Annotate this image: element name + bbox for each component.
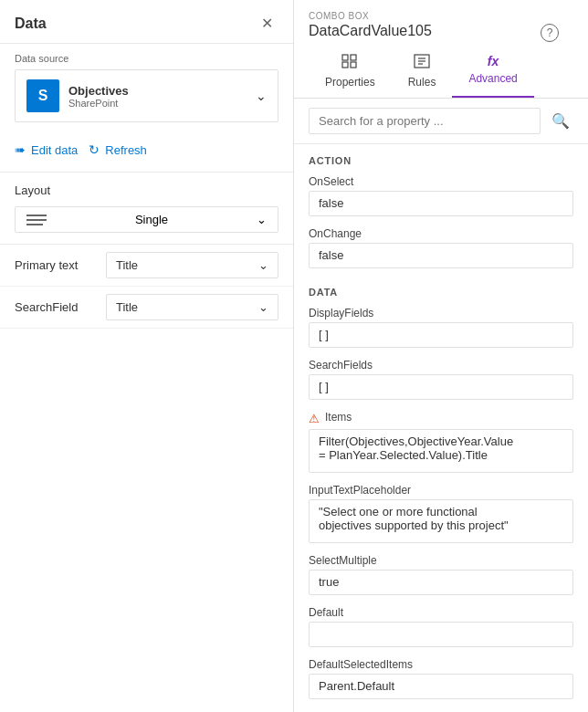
layout-card[interactable]: Single ⌄ [15,206,278,233]
prop-displayfields-value[interactable]: [ ] [309,322,573,348]
prop-searchfields: SearchFields [ ] [294,355,588,407]
right-header: COMBO BOX DataCardValue105 ? Properties … [294,0,588,99]
right-content: ACTION OnSelect false OnChange false DAT… [294,144,588,712]
prop-onselect-value[interactable]: false [309,191,573,216]
left-panel: Data ✕ Data source S Objectives SharePoi… [0,0,294,712]
prop-displayfields: DisplayFields [ ] [294,303,588,355]
prop-searchfields-name: SearchFields [309,359,573,372]
prop-inputtextplaceholder-value[interactable]: "Select one or more functional objective… [309,499,573,543]
right-header-top: COMBO BOX DataCardValue105 ? [309,11,573,48]
primary-text-value: Title [116,258,138,272]
edit-data-button[interactable]: ➠ Edit data [15,137,89,162]
svg-rect-2 [351,55,356,60]
combo-box-label: COMBO BOX [309,11,432,21]
prop-inputtextplaceholder-name: InputTextPlaceholder [309,484,573,497]
prop-selectmultiple-value[interactable]: true [309,570,573,595]
prop-selectmultiple-name: SelectMultiple [309,554,573,567]
search-field-value: Title [116,300,138,314]
primary-text-label: Primary text [15,258,106,272]
data-source-name: Objectives [68,84,129,98]
prop-default: Default [294,602,588,654]
data-source-text: Objectives SharePoint [68,84,129,109]
refresh-icon: ↻ [89,142,100,157]
data-source-label: Data source [0,44,293,69]
prop-items-value[interactable]: Filter(Objectives,ObjectiveYear.Value = … [309,429,573,473]
prop-displayfields-name: DisplayFields [309,307,573,319]
layout-value: Single [135,213,168,226]
left-panel-title: Data [15,16,47,32]
help-button[interactable]: ? [541,24,559,42]
search-button[interactable]: 🔍 [548,112,573,130]
prop-selectmultiple: SelectMultiple true [294,550,588,602]
search-field-dropdown[interactable]: Title ⌄ [106,294,278,320]
search-input[interactable] [309,108,541,134]
prop-defaultselecteditems-name: DefaultSelectedItems [309,658,573,671]
data-source-chevron: ⌄ [256,89,267,103]
prop-defaultselecteditems: DefaultSelectedItems Parent.Default [294,654,588,707]
primary-text-chevron: ⌄ [258,258,268,272]
svg-rect-0 [342,55,348,60]
tab-properties[interactable]: Properties [309,48,392,98]
layout-section: Layout Single ⌄ [0,173,293,245]
layout-icon [26,215,47,225]
advanced-tab-icon: fx [488,54,499,68]
prop-onchange-value[interactable]: false [309,243,573,268]
search-field-row: SearchField Title ⌄ [0,287,293,329]
tab-rules[interactable]: Rules [392,48,453,98]
sharepoint-icon: S [26,79,59,112]
prop-items: ⚠ Items Filter(Objectives,ObjectiveYear.… [294,407,588,480]
properties-tab-icon [341,54,358,72]
svg-rect-3 [351,62,356,68]
prop-inputtextplaceholder: InputTextPlaceholder "Select one or more… [294,480,588,550]
section-header-data: DATA [294,276,588,303]
prop-defaultselecteditems-value[interactable]: Parent.Default [309,674,573,699]
right-panel: COMBO BOX DataCardValue105 ? Properties … [294,0,588,712]
prop-onselect: OnSelect false [294,172,588,224]
right-header-info: COMBO BOX DataCardValue105 [309,11,432,48]
search-field-chevron: ⌄ [258,300,268,314]
prop-searchfields-value[interactable]: [ ] [309,374,573,400]
data-source-type: SharePoint [68,98,129,109]
items-warning-icon: ⚠ [309,412,320,425]
primary-text-row: Primary text Title ⌄ [0,245,293,287]
section-header-action: ACTION [294,144,588,172]
rules-tab-icon [414,54,430,72]
layout-chevron: ⌄ [257,213,267,226]
tabs: Properties Rules fx Advanced [309,48,573,98]
search-bar: 🔍 [294,99,588,144]
prop-items-name-row: ⚠ Items [309,411,573,426]
tab-properties-label: Properties [325,76,375,89]
data-source-card[interactable]: S Objectives SharePoint ⌄ [15,69,278,122]
prop-default-name: Default [309,606,573,619]
close-button[interactable]: ✕ [256,13,278,34]
refresh-button[interactable]: ↻ Refresh [89,137,158,162]
tab-advanced[interactable]: fx Advanced [452,48,533,98]
prop-onselect-name: OnSelect [309,175,573,188]
tab-rules-label: Rules [408,76,436,89]
data-source-inner: S Objectives SharePoint [26,79,129,112]
layout-title: Layout [15,183,278,197]
prop-onchange: OnChange false [294,224,588,276]
tab-advanced-label: Advanced [468,72,517,85]
right-title: DataCardValue105 [309,23,432,39]
left-header: Data ✕ [0,0,293,44]
search-field-label: SearchField [15,300,106,314]
edit-data-icon: ➠ [15,142,26,157]
svg-rect-1 [342,62,348,68]
action-row: ➠ Edit data ↻ Refresh [0,133,293,173]
prop-items-name: Items [325,411,352,424]
primary-text-dropdown[interactable]: Title ⌄ [106,252,278,278]
prop-onchange-name: OnChange [309,227,573,240]
refresh-label: Refresh [105,143,147,157]
prop-default-value[interactable] [309,622,573,647]
edit-data-label: Edit data [31,143,78,157]
